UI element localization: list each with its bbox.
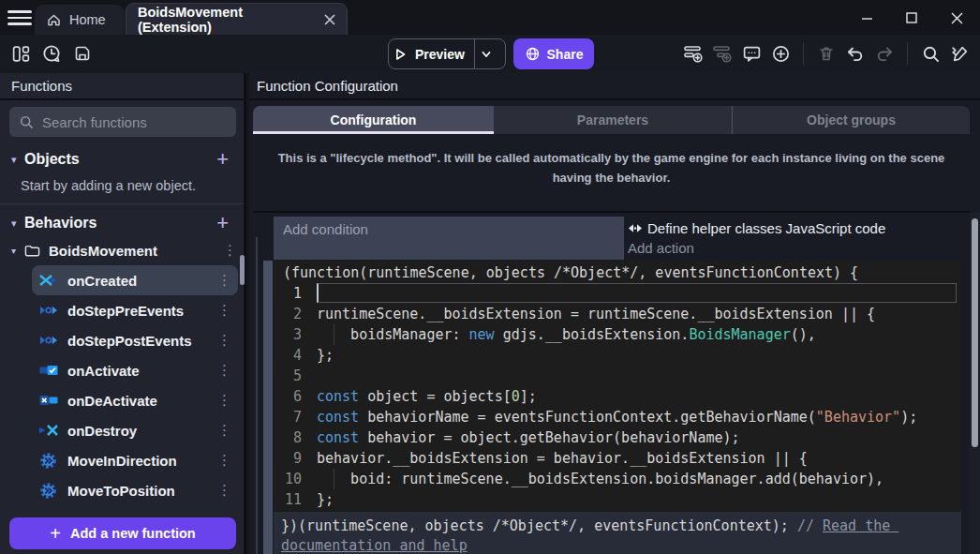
code-text: behavior.__boidsExtension = behavior.__b… [317, 448, 961, 469]
code-header-line: (function(runtimeScene, objects /*Object… [274, 262, 961, 283]
chevron-down-icon[interactable]: ▾ [11, 246, 16, 256]
code-line-7: 7const behaviorName = eventsFunctionCont… [274, 407, 961, 427]
add-behavior-button[interactable]: + [216, 214, 229, 232]
add-condition-cell[interactable]: Add condition [274, 217, 624, 260]
tab-parameters[interactable]: Parameters [494, 106, 732, 134]
function-configuration-panel: Function Configuration ConfigurationPara… [249, 73, 980, 554]
add-circle-icon[interactable] [769, 42, 792, 65]
preview-button[interactable]: Preview [388, 38, 506, 69]
chevron-down-icon[interactable]: ▾ [11, 217, 24, 230]
code-footer-code: })(runtimeScene, objects /*Object*/, eve… [281, 517, 797, 534]
function-item-onCreated[interactable]: onCreated⋮ [32, 265, 238, 295]
save-icon[interactable] [71, 42, 94, 65]
plus-icon: + [50, 523, 61, 545]
function-item-MoveToPosition[interactable]: MoveToPosition⋮ [32, 475, 238, 505]
kebab-menu-icon[interactable]: ⋮ [223, 242, 236, 259]
tab-document[interactable]: BoidsMovement (Extension) [126, 3, 348, 35]
activate-icon [38, 364, 58, 377]
tab-object-groups[interactable]: Object groups [733, 106, 970, 134]
configuration-tabbar: ConfigurationParametersObject groups [253, 106, 970, 134]
main-menu-icon[interactable] [7, 8, 32, 27]
behaviors-section-header[interactable]: ▾ Behaviors + [0, 210, 244, 236]
code-line-1: 1 [274, 283, 961, 304]
code-text: const behaviorName = eventsFunctionConte… [317, 407, 961, 427]
chevron-down-icon[interactable]: ▾ [11, 154, 24, 166]
share-button[interactable]: Share [513, 38, 594, 69]
line-number: 9 [274, 448, 317, 469]
tab-label: Object groups [807, 112, 896, 127]
search-functions-input[interactable] [42, 114, 227, 130]
step-icon [38, 305, 58, 316]
kebab-menu-icon[interactable]: ⋮ [217, 362, 230, 379]
behavior-group-row[interactable]: ▾ BoidsMovement ⋮ [11, 238, 236, 262]
function-item-MoveInDirection[interactable]: MoveInDirection⋮ [32, 445, 238, 475]
code-text: runtimeScene.__boidsExtension = runtimeS… [317, 304, 961, 324]
function-item-doStepPostEvents[interactable]: doStepPostEvents⋮ [32, 325, 238, 355]
js-code-editor[interactable]: (function(runtimeScene, objects /*Object… [274, 261, 961, 512]
function-item-onActivate[interactable]: onActivate⋮ [32, 355, 238, 385]
kebab-menu-icon[interactable]: ⋮ [217, 392, 230, 409]
code-text: boid: runtimeScene.__boidsExtension.boid… [317, 469, 961, 489]
function-item-label: MoveInDirection [67, 453, 208, 469]
window-maximize-icon[interactable] [901, 7, 922, 28]
event-sheet-scrollbar[interactable] [970, 213, 980, 554]
event-indent-line [256, 237, 258, 554]
event-drag-handle[interactable] [263, 261, 273, 554]
search-functions-box[interactable] [9, 107, 236, 137]
gear-icon [38, 483, 58, 499]
add-action-label: Add action [628, 240, 694, 256]
js-event-title[interactable]: Define helper classes JavaScript code [628, 217, 885, 238]
kebab-menu-icon[interactable]: ⋮ [217, 422, 230, 439]
line-number: 1 [274, 283, 317, 304]
redo-icon[interactable] [873, 42, 896, 65]
tab-configuration[interactable]: Configuration [253, 106, 494, 134]
code-line-2: 2runtimeScene.__boidsExtension = runtime… [274, 304, 961, 324]
window-minimize-icon[interactable] [856, 7, 877, 28]
line-number: 6 [274, 386, 317, 407]
history-icon[interactable] [40, 42, 63, 65]
add-object-button[interactable]: + [216, 150, 229, 169]
project-manager-icon[interactable] [9, 42, 32, 65]
add-event-icon[interactable] [682, 42, 705, 65]
kebab-menu-icon[interactable]: ⋮ [217, 302, 230, 319]
search-icon[interactable] [919, 42, 942, 65]
sidebar-scrollbar-thumb[interactable] [240, 255, 245, 285]
function-item-onDeActivate[interactable]: onDeActivate⋮ [32, 385, 238, 415]
kebab-menu-icon[interactable]: ⋮ [217, 482, 230, 499]
add-comment-icon[interactable] [740, 42, 763, 65]
code-line-5: 5 [274, 366, 961, 386]
kebab-menu-icon[interactable]: ⋮ [217, 332, 230, 349]
folder-icon [24, 244, 40, 258]
line-number: 7 [274, 407, 317, 427]
gear-icon [38, 453, 58, 469]
code-lines: 12runtimeScene.__boidsExtension = runtim… [274, 283, 961, 510]
titlebar: Home BoidsMovement (Extension) [0, 0, 980, 35]
objects-section-header[interactable]: ▾ Objects + [0, 146, 244, 172]
window-close-icon[interactable] [946, 7, 967, 28]
tab-close-icon[interactable] [324, 14, 335, 25]
kebab-menu-icon[interactable]: ⋮ [217, 272, 230, 289]
tab-document-label: BoidsMovement (Extension) [138, 5, 315, 35]
add-action-cell[interactable]: Add action [628, 240, 694, 256]
destroy-icon [38, 424, 58, 437]
scrollbar-thumb[interactable] [972, 218, 978, 447]
tab-home[interactable]: Home [35, 5, 125, 35]
function-item-doStepPreEvents[interactable]: doStepPreEvents⋮ [32, 295, 238, 325]
function-item-onDestroy[interactable]: onDestroy⋮ [32, 415, 238, 445]
functions-sidebar: Functions ▾ Objects + Start by adding a … [0, 73, 246, 554]
trash-icon[interactable] [815, 42, 838, 65]
preview-dropdown-icon[interactable] [475, 43, 497, 66]
toolbar: Preview Share [0, 35, 980, 73]
function-list: onCreated⋮doStepPreEvents⋮doStepPostEven… [32, 265, 238, 505]
preview-label: Preview [411, 47, 474, 62]
magic-pen-icon[interactable] [948, 42, 971, 65]
function-item-label: MoveToPosition [67, 483, 208, 499]
add-function-button[interactable]: + Add a new function [9, 517, 236, 549]
function-item-label: onDestroy [67, 423, 208, 439]
indent-guide [334, 469, 334, 489]
line-number: 3 [274, 324, 317, 345]
undo-icon[interactable] [844, 42, 867, 65]
add-subevent-icon[interactable] [711, 42, 734, 65]
search-icon [19, 114, 34, 129]
kebab-menu-icon[interactable]: ⋮ [217, 452, 230, 469]
